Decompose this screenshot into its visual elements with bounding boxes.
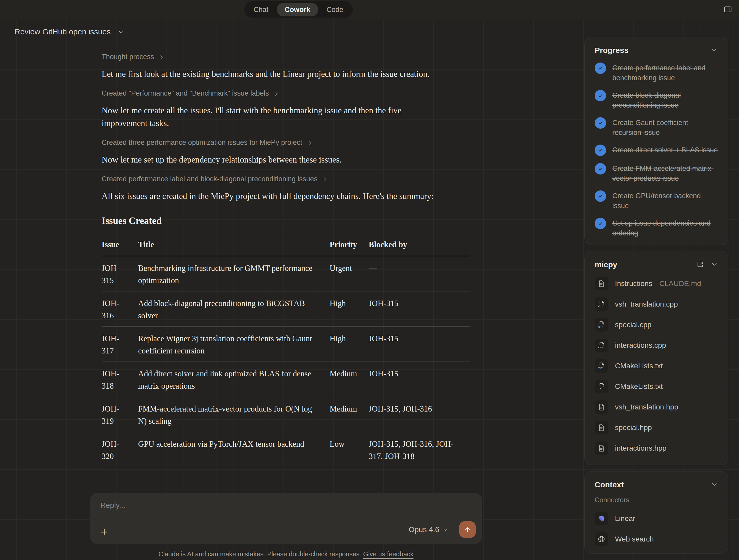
file-name: special.cpp bbox=[615, 321, 654, 329]
chat-transcript: Thought process Let me first look at the… bbox=[102, 53, 470, 467]
mode-tab[interactable]: Cowork bbox=[277, 3, 318, 16]
model-selector[interactable]: Opus 4.6 bbox=[407, 525, 450, 534]
cpp-file-icon: C++ bbox=[597, 300, 606, 309]
session-title: Review GitHub open issues bbox=[15, 27, 111, 36]
issue-priority-cell: High bbox=[330, 327, 369, 362]
chat-steps: Thought process Let me first look at the… bbox=[102, 53, 470, 203]
cpp-file-icon: C++ bbox=[597, 341, 606, 350]
progress-item: Create GPU/tensor backend issue bbox=[595, 190, 718, 211]
file-item[interactable]: C++ interactions.cpp bbox=[595, 339, 718, 352]
progress-panel-title: Progress bbox=[595, 46, 628, 55]
file-item[interactable]: interactions.hpp bbox=[595, 441, 718, 455]
chevron-down-icon bbox=[118, 29, 125, 36]
mode-tabs: Chat Cowork Code bbox=[244, 1, 353, 18]
issue-priority-cell: Urgent bbox=[330, 256, 369, 291]
tool-call-row[interactable]: Created three performance optimization i… bbox=[102, 139, 470, 147]
issue-blocked-by-cell: JOH-315, JOH-316, JOH-317, JOH-318 bbox=[369, 432, 470, 467]
svg-text:TXT: TXT bbox=[598, 367, 603, 369]
assistant-text: All six issues are created in the MiePy … bbox=[102, 190, 438, 203]
tool-call-label: Created performance label and block-diag… bbox=[102, 175, 318, 183]
file-icon: C++ bbox=[595, 318, 608, 332]
file-item[interactable]: special.hpp bbox=[595, 421, 718, 434]
reply-input[interactable]: Reply... bbox=[100, 501, 125, 510]
file-icon bbox=[595, 441, 608, 455]
table-header-cell: Issue bbox=[102, 236, 138, 256]
file-icon: TXT bbox=[595, 380, 608, 393]
files-panel-header: miepy bbox=[595, 260, 718, 269]
file-name: Instructions· CLAUDE.md bbox=[615, 279, 701, 288]
progress-item: Create FMM-accelerated matrix-vector pro… bbox=[595, 163, 718, 183]
issues-table: Issue Title Priority Blocked by JOH-315 … bbox=[102, 236, 470, 467]
connectors-label: Connectors bbox=[595, 496, 718, 504]
issue-title-cell: GPU acceleration via PyTorch/JAX tensor … bbox=[138, 432, 330, 467]
chevron-right-icon bbox=[273, 90, 280, 97]
cpp-file-icon: C++ bbox=[597, 321, 606, 329]
table-row: JOH-319 FMM-accelerated matrix-vector pr… bbox=[102, 397, 470, 432]
context-panel-title: Context bbox=[595, 480, 624, 489]
document-icon bbox=[597, 403, 605, 411]
progress-item-label: Create FMM-accelerated matrix-vector pro… bbox=[612, 163, 718, 183]
chevron-right-icon bbox=[322, 176, 329, 183]
svg-text:TXT: TXT bbox=[598, 387, 603, 390]
send-button[interactable] bbox=[459, 521, 476, 538]
feedback-link[interactable]: Give us feedback bbox=[363, 550, 413, 558]
connector-item[interactable]: Web search bbox=[595, 532, 718, 546]
issue-id-cell: JOH-316 bbox=[102, 292, 138, 326]
mode-tab[interactable]: Code bbox=[319, 3, 351, 16]
connector-list: Linear Web search bbox=[595, 512, 718, 546]
issue-blocked-by-cell: JOH-315, JOH-316 bbox=[369, 397, 470, 432]
tool-call-label: Thought process bbox=[102, 53, 154, 61]
reply-composer[interactable]: Reply... + Opus 4.6 bbox=[90, 493, 482, 544]
progress-item: Create block-diagonal preconditioning is… bbox=[595, 90, 718, 110]
files-panel: miepy Instructions· CLAUDE.md C++ vsh_t bbox=[584, 251, 728, 465]
tool-call-row[interactable]: Created performance label and block-diag… bbox=[102, 175, 470, 183]
collapse-context-button[interactable] bbox=[710, 481, 718, 489]
open-external-button[interactable] bbox=[696, 260, 704, 269]
chevron-down-icon bbox=[710, 260, 718, 268]
section-heading: Issues Created bbox=[102, 215, 470, 226]
file-icon bbox=[595, 400, 608, 414]
check-icon bbox=[595, 163, 606, 175]
progress-item-label: Create direct solver + BLAS issue bbox=[612, 145, 718, 156]
session-title-dropdown[interactable]: Review GitHub open issues bbox=[15, 27, 125, 36]
file-item[interactable]: Instructions· CLAUDE.md bbox=[595, 277, 718, 291]
mode-tab[interactable]: Chat bbox=[246, 3, 276, 16]
collapse-files-button[interactable] bbox=[710, 260, 718, 269]
file-icon bbox=[595, 277, 608, 291]
table-row: JOH-317 Replace Wigner 3j translation co… bbox=[102, 327, 470, 362]
progress-item: Create direct solver + BLAS issue bbox=[595, 145, 718, 156]
linear-icon bbox=[597, 515, 605, 523]
file-icon: C++ bbox=[595, 339, 608, 352]
attach-plus-button[interactable]: + bbox=[98, 525, 111, 538]
context-panel: Context Connectors Linear Web search bbox=[584, 471, 728, 554]
issue-id-cell: JOH-317 bbox=[102, 327, 138, 362]
sidebar-toggle-button[interactable] bbox=[722, 4, 734, 15]
issue-title-cell: Replace Wigner 3j translation coefficien… bbox=[138, 327, 330, 362]
topbar: Chat Cowork Code bbox=[0, 0, 739, 19]
external-link-icon bbox=[696, 260, 704, 268]
tool-call-row[interactable]: Thought process bbox=[102, 53, 470, 61]
connector-item[interactable]: Linear bbox=[595, 512, 718, 525]
tool-call-row[interactable]: Created "Performance" and "Benchmark" is… bbox=[102, 89, 470, 98]
collapse-progress-button[interactable] bbox=[710, 46, 718, 55]
document-icon bbox=[597, 424, 605, 431]
connector-icon bbox=[595, 512, 608, 525]
file-icon: C++ bbox=[595, 298, 608, 311]
txt-file-icon: TXT bbox=[597, 362, 606, 370]
file-item[interactable]: TXT CMakeLists.txt bbox=[595, 359, 718, 373]
table-row: JOH-316 Add block-diagonal preconditioni… bbox=[102, 292, 470, 327]
file-item[interactable]: C++ vsh_translation.cpp bbox=[595, 298, 718, 311]
file-item[interactable]: TXT CMakeLists.txt bbox=[595, 380, 718, 393]
issue-priority-cell: High bbox=[330, 292, 369, 326]
issue-id-cell: JOH-320 bbox=[102, 432, 138, 467]
issue-blocked-by-cell: JOH-315 bbox=[369, 327, 470, 362]
file-item[interactable]: C++ special.cpp bbox=[595, 318, 718, 332]
progress-item-label: Set up issue dependencies and ordering bbox=[612, 218, 718, 238]
files-panel-actions bbox=[696, 260, 718, 269]
progress-item: Create performance label and benchmarkin… bbox=[595, 62, 718, 83]
file-name: vsh_translation.hpp bbox=[615, 403, 681, 411]
table-body: JOH-315 Benchmarking infrastructure for … bbox=[102, 256, 470, 467]
connector-icon bbox=[595, 532, 608, 546]
file-item[interactable]: vsh_translation.hpp bbox=[595, 400, 718, 414]
tool-call-label: Created three performance optimization i… bbox=[102, 139, 302, 147]
